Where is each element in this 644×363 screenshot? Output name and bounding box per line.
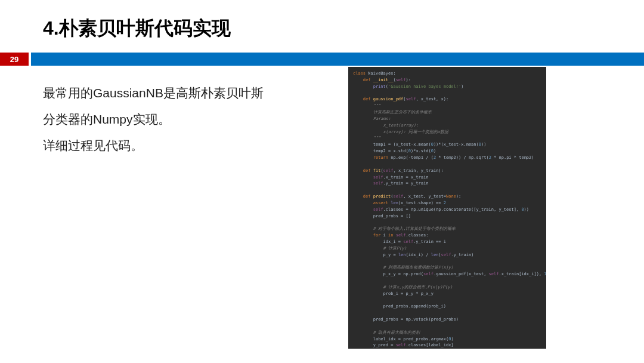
page-number-badge: 29 [0, 53, 29, 66]
code-panel: class NaiveBayes: def __init__(self): pr… [348, 67, 546, 349]
slide-title: 4.朴素贝叶斯代码实现 [43, 16, 231, 42]
code-block: class NaiveBayes: def __init__(self): pr… [353, 70, 541, 349]
accent-blue-bar [31, 53, 644, 66]
body-line-1: 最常用的GaussianNB是高斯朴素贝叶斯 [43, 80, 317, 106]
accent-bar: 29 [0, 53, 644, 66]
body-line-2: 分类器的Numpy实现。 [43, 106, 317, 133]
body-text: 最常用的GaussianNB是高斯朴素贝叶斯 分类器的Numpy实现。 详细过程… [43, 80, 317, 159]
body-line-3: 详细过程见代码。 [43, 133, 317, 159]
